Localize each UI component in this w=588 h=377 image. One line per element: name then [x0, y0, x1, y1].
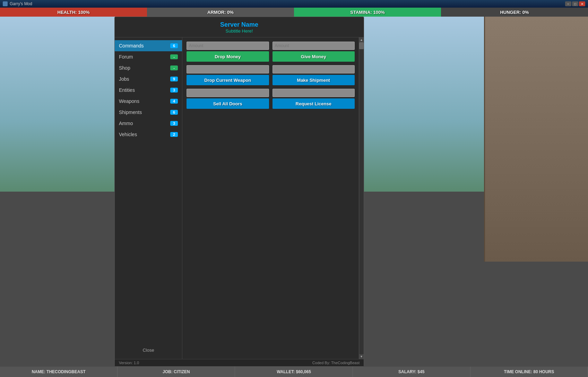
hunger-bar: HUNGER: 0%	[441, 8, 588, 17]
drop-weapon-cell: Drop Current Weapon	[187, 65, 269, 85]
maximize-button[interactable]: □	[572, 1, 578, 6]
sidebar-label-weapons: Weapons	[119, 98, 139, 104]
modal-footer: Version: 1.0 Coded By: TheCodingBeast	[115, 359, 364, 366]
sidebar-item-commands[interactable]: Commands 6	[115, 40, 182, 51]
sidebar-label-shop: Shop	[119, 65, 130, 71]
game-menu-modal: Server Name Subtitle Here! Commands 6 Fo…	[114, 17, 364, 367]
modal-scrollbar: ▲ ▼	[359, 37, 364, 359]
sidebar-item-ammo[interactable]: Ammo 3	[115, 118, 182, 129]
drop-money-cell: Drop Money	[187, 42, 269, 62]
scrollbar-thumb[interactable]	[359, 42, 364, 49]
version-label: Version: 1.0	[119, 361, 139, 365]
sidebar-badge-jobs: 9	[170, 77, 178, 81]
sidebar-badge-vehicles: 2	[170, 132, 178, 137]
make-shipment-button[interactable]: Make Shipment	[273, 75, 355, 85]
sidebar-label-commands: Commands	[119, 43, 144, 49]
sidebar-badge-weapons: 4	[170, 99, 178, 104]
sell-doors-cell: Sell All Doors	[187, 89, 269, 109]
sidebar-badge-entities: 3	[170, 88, 178, 93]
modal-body: Commands 6 Forum - Shop - Jobs 9 Entitie…	[115, 37, 364, 359]
stamina-bar: STAMINA: 100%	[294, 8, 441, 17]
drop-weapon-input[interactable]	[187, 65, 269, 73]
coded-by-label: Coded By: TheCodingBeast	[312, 361, 360, 365]
scrollbar-down-arrow[interactable]: ▼	[359, 354, 364, 359]
give-money-cell: Give Money	[273, 42, 355, 62]
drop-weapon-button[interactable]: Drop Current Weapon	[187, 75, 269, 85]
commands-grid: Drop Money Give Money Drop Current Weapo…	[187, 42, 355, 109]
close-button[interactable]: Close	[115, 344, 182, 356]
app-icon	[3, 1, 8, 6]
sidebar-label-jobs: Jobs	[119, 76, 129, 82]
sidebar-item-entities[interactable]: Entities 3	[115, 85, 182, 96]
sidebar-label-entities: Entities	[119, 87, 135, 93]
server-subtitle: Subtitle Here!	[120, 28, 358, 34]
modal-header: Server Name Subtitle Here!	[115, 17, 364, 37]
close-window-button[interactable]: ✕	[579, 1, 585, 6]
give-money-button[interactable]: Give Money	[273, 51, 355, 62]
make-shipment-input[interactable]	[273, 65, 355, 73]
sidebar-label-vehicles: Vehicles	[119, 132, 137, 137]
server-name: Server Name	[120, 21, 358, 28]
sell-doors-input[interactable]	[187, 89, 269, 97]
player-job: JOB: CITIZEN	[118, 367, 235, 377]
building	[484, 17, 588, 262]
window-controls: − □ ✕	[565, 1, 585, 6]
window-title: Garry's Mod	[10, 1, 565, 6]
player-wallet: WALLET: $60,065	[235, 367, 353, 377]
player-time-online: TIME ONLINE: 80 HOURS	[470, 367, 588, 377]
content-area: Drop Money Give Money Drop Current Weapo…	[182, 37, 359, 359]
sidebar-label-shipments: Shipments	[119, 109, 142, 115]
request-license-button[interactable]: Request License	[273, 98, 355, 109]
sidebar-item-shop[interactable]: Shop -	[115, 62, 182, 73]
drop-money-button[interactable]: Drop Money	[187, 51, 269, 62]
drop-money-amount-input[interactable]	[187, 42, 269, 50]
sidebar-badge-forum: -	[170, 54, 178, 59]
sidebar-label-forum: Forum	[119, 54, 133, 60]
bottom-status-bar: NAME: THECODINGBEAST JOB: CITIZEN WALLET…	[0, 367, 588, 377]
titlebar: Garry's Mod − □ ✕	[0, 0, 588, 8]
sidebar-badge-ammo: 3	[170, 121, 178, 126]
sidebar-label-ammo: Ammo	[119, 121, 133, 126]
request-license-cell: Request License	[273, 89, 355, 109]
player-salary: SALARY: $45	[353, 367, 470, 377]
health-bar: HEALTH: 100%	[0, 8, 147, 17]
sidebar: Commands 6 Forum - Shop - Jobs 9 Entitie…	[115, 37, 182, 359]
scrollbar-up-arrow[interactable]: ▲	[359, 37, 364, 42]
sidebar-item-jobs[interactable]: Jobs 9	[115, 73, 182, 85]
player-name: NAME: THECODINGBEAST	[0, 367, 118, 377]
sidebar-badge-shop: -	[170, 65, 178, 70]
sidebar-item-vehicles[interactable]: Vehicles 2	[115, 129, 182, 140]
status-bars: HEALTH: 100% ARMOR: 0% STAMINA: 100% HUN…	[0, 8, 588, 17]
sidebar-badge-commands: 6	[170, 43, 178, 48]
armor-bar: ARMOR: 0%	[147, 8, 294, 17]
give-money-amount-input[interactable]	[273, 42, 355, 50]
sidebar-item-shipments[interactable]: Shipments 6	[115, 107, 182, 118]
request-license-input[interactable]	[273, 89, 355, 97]
sidebar-item-weapons[interactable]: Weapons 4	[115, 96, 182, 107]
sidebar-badge-shipments: 6	[170, 110, 178, 115]
make-shipment-cell: Make Shipment	[273, 65, 355, 85]
sell-doors-button[interactable]: Sell All Doors	[187, 98, 269, 109]
minimize-button[interactable]: −	[565, 1, 571, 6]
sidebar-item-forum[interactable]: Forum -	[115, 51, 182, 62]
